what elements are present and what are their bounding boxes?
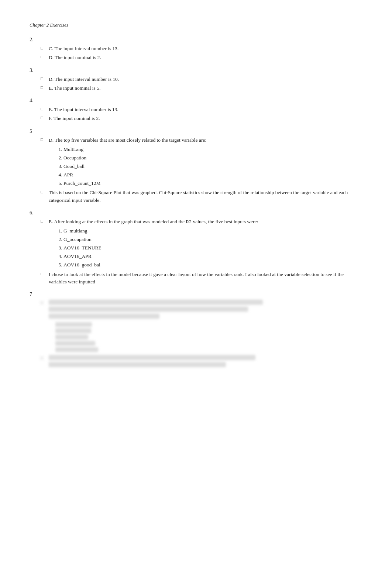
list-item-3-0-0: MultLang — [63, 145, 206, 154]
bullet-text-content: I chose to look at the effects in the mo… — [49, 272, 344, 284]
bullet-symbol-icon: □ — [41, 54, 45, 60]
bullet-text-content: F. The input nominal is 2. — [49, 115, 100, 121]
bullet-text-content: D. The input interval number is 10. — [49, 76, 119, 82]
bullet-text-2-0: E. The input interval number is 13. — [49, 106, 118, 113]
bullet-symbol-icon: □ — [41, 189, 45, 195]
list-item-4-0-2: AOV16_TENURE — [63, 244, 258, 252]
bullet-text-content: D. The top five variables that are most … — [49, 137, 206, 143]
section-number-0: 2. — [30, 37, 362, 43]
section-number-2: 4. — [30, 98, 362, 104]
bullet-item-1-0: □D. The input interval number is 10. — [30, 76, 362, 83]
list-item-3-0-3: APR — [63, 171, 206, 179]
blurred-bullet-1: □ — [30, 300, 362, 321]
bullet-text-1-1: E. The input nominal is 5. — [49, 84, 100, 92]
bullet-text-4-0: E. After looking at the effects in the g… — [49, 218, 258, 269]
section-number-4: 6. — [30, 210, 362, 216]
list-item-3-0-1: Occupation — [63, 154, 206, 162]
bullet-item-2-1: □F. The input nominal is 2. — [30, 115, 362, 122]
list-item-4-0-1: G_occupation — [63, 235, 258, 244]
section-number-3: 5 — [30, 128, 362, 134]
bullet-symbol-icon: □ — [41, 137, 45, 142]
bullet-symbol-icon: □ — [41, 76, 45, 82]
bullet-text-0-0: C. The input interval number is 13. — [49, 45, 118, 52]
list-item-4-0-3: AOV16_APR — [63, 252, 258, 261]
section-blurred: 7 □ □ — [30, 292, 362, 369]
section-number-1: 3. — [30, 68, 362, 73]
bullet-symbol-icon: □ — [41, 218, 45, 224]
bullet-text-content: E. The input interval number is 13. — [49, 107, 118, 112]
list-item-4-0-4: AOV16_good_bal — [63, 261, 258, 269]
section-5: 5□D. The top five variables that are mos… — [30, 128, 362, 204]
bullet-item-0-1: □D. The input nominal is 2. — [30, 54, 362, 61]
numbered-list-4-0: G_multlangG_occupationAOV16_TENUREAOV16_… — [63, 227, 258, 269]
section-3: 3.□D. The input interval number is 10.□E… — [30, 68, 362, 92]
bullet-symbol-icon: □ — [41, 45, 45, 51]
bullet-text-content: This is based on the Chi-Square Plot tha… — [49, 190, 348, 203]
bullet-item-1-1: □E. The input nominal is 5. — [30, 84, 362, 92]
bullet-item-3-0: □D. The top five variables that are most… — [30, 137, 362, 188]
bullet-text-content: C. The input interval number is 13. — [49, 46, 118, 51]
bullet-symbol-icon: □ — [41, 85, 45, 90]
section-4: 4.□E. The input interval number is 13.□F… — [30, 98, 362, 123]
section-6: 6.□E. After looking at the effects in th… — [30, 210, 362, 286]
blurred-bullet-2: □ — [30, 355, 362, 369]
section-number-blurred: 7 — [30, 292, 362, 297]
blurred-bullet-symbol: □ — [41, 300, 45, 306]
list-item-3-0-2: Good_ball — [63, 162, 206, 171]
bullet-item-2-0: □E. The input interval number is 13. — [30, 106, 362, 113]
bullet-symbol-icon: □ — [41, 271, 45, 277]
numbered-list-3-0: MultLangOccupationGood_ballAPRPurch_coun… — [63, 145, 206, 188]
bullet-item-4-0: □E. After looking at the effects in the … — [30, 218, 362, 269]
list-item-3-0-4: Purch_count_12M — [63, 179, 206, 188]
bullet-text-1-0: D. The input interval number is 10. — [49, 76, 119, 83]
bullet-text-content: E. After looking at the effects in the g… — [49, 219, 258, 224]
bullet-text-content: E. The input nominal is 5. — [49, 85, 100, 91]
bullet-item-4-1: □I chose to look at the effects in the m… — [30, 271, 362, 286]
bullet-text-0-1: D. The input nominal is 2. — [49, 54, 101, 61]
blurred-bullet-symbol-2: □ — [41, 355, 45, 361]
bullet-item-0-0: □C. The input interval number is 13. — [30, 45, 362, 52]
section-2: 2.□C. The input interval number is 13.□D… — [30, 37, 362, 62]
bullet-text-3-1: This is based on the Chi-Square Plot tha… — [49, 189, 362, 204]
bullet-symbol-icon: □ — [41, 115, 45, 121]
bullet-item-3-1: □This is based on the Chi-Square Plot th… — [30, 189, 362, 204]
bullet-text-content: D. The input nominal is 2. — [49, 55, 101, 60]
bullet-text-3-0: D. The top five variables that are most … — [49, 137, 206, 188]
bullet-symbol-icon: □ — [41, 106, 45, 112]
page-title: Chapter 2 Exercises — [30, 22, 362, 28]
bullet-text-2-1: F. The input nominal is 2. — [49, 115, 100, 122]
list-item-4-0-0: G_multlang — [63, 227, 258, 235]
blurred-list — [55, 322, 362, 352]
bullet-text-4-1: I chose to look at the effects in the mo… — [49, 271, 362, 286]
